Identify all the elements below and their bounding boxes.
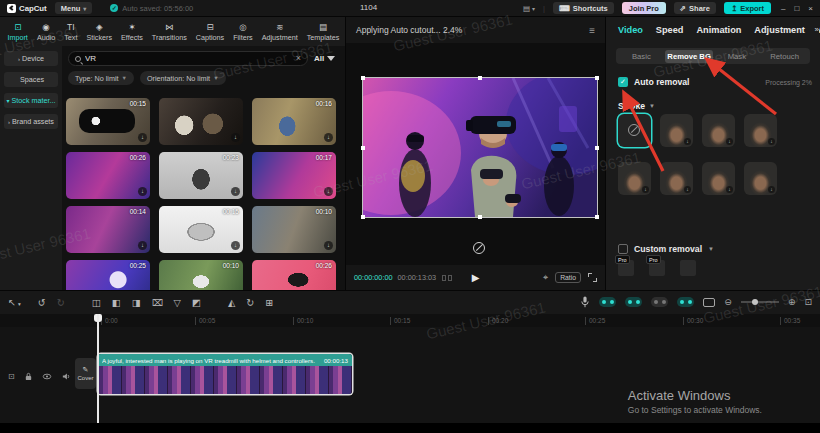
orientation-filter[interactable]: Orientation: No limit ▼ [140,71,226,85]
selection-handle[interactable] [595,76,599,80]
zoom-in-icon[interactable]: ⊕ [788,297,796,307]
download-icon[interactable]: ↓ [324,241,333,250]
media-tab[interactable]: ⋈ Transitions [147,22,191,42]
clear-search-icon[interactable]: × [296,54,301,63]
stock-video-thumbnail[interactable]: 00:10 ↓ [159,260,243,290]
inspector-tab[interactable]: Adjustment [754,25,805,35]
selection-handle[interactable] [478,76,482,80]
mask-icon[interactable]: ▽ [174,297,181,308]
disable-overlay-icon[interactable] [473,242,485,254]
tabs-overflow-icon[interactable]: » [813,25,819,34]
stock-video-thumbnail[interactable]: 00:15 ↓ [159,206,243,253]
frame-view-icon[interactable] [442,275,452,281]
shortcuts-button[interactable]: ⌨ Shortcuts [553,2,614,14]
download-icon[interactable]: ↓ [324,133,333,142]
download-icon[interactable]: ↓ [231,187,240,196]
inspector-subtab[interactable]: Retouch [761,50,809,63]
layout-icon[interactable]: ▤ ▾ [523,4,535,13]
media-tab[interactable]: ≋ Adjustment [257,22,302,42]
download-icon[interactable]: ↓ [324,187,333,196]
source-nav-item[interactable]: ▾ Stock mater... [4,93,58,108]
delete-icon[interactable]: ⌧ [152,297,163,308]
ripple-toggle[interactable] [651,297,668,307]
search-bar[interactable]: × [68,51,308,66]
timeline-zoom-slider[interactable] [741,301,779,303]
source-nav-item[interactable]: › Device [4,51,58,66]
undo-icon[interactable]: ↺ [38,297,46,308]
media-tab[interactable]: ◈ Stickers [82,22,117,42]
media-tab[interactable]: ⊟ Captions [191,22,228,42]
stock-video-thumbnail[interactable]: 00:14 ↓ [66,206,150,253]
media-tab[interactable]: ⊡ Import [3,22,32,42]
selection-handle[interactable] [595,215,599,219]
stock-video-thumbnail[interactable]: 00:26 ↓ [66,152,150,199]
selection-handle[interactable] [361,76,365,80]
video-clip[interactable]: A joyful, interested man is playing on V… [98,354,352,394]
stroke-style-tile[interactable]: ↓ [744,162,777,195]
redo-icon[interactable]: ↻ [57,297,65,308]
video-frame[interactable] [363,78,597,217]
download-icon[interactable]: ↓ [138,133,147,142]
stroke-style-tile[interactable]: ↓ [702,114,735,147]
fit-timeline-icon[interactable]: ⊡ [804,297,812,307]
select-tool-icon[interactable]: ↖ [8,297,16,308]
minimize-button[interactable]: – [781,4,785,13]
menu-button[interactable]: Menu ▾ [55,2,93,14]
play-button[interactable]: ▶ [472,272,480,283]
inspector-subtab[interactable]: Remove BG [665,50,713,63]
snap-toggle[interactable] [677,297,694,307]
auto-removal-checkbox[interactable]: ✓ [618,77,628,87]
custom-removal-checkbox[interactable] [618,244,628,254]
selection-handle[interactable] [595,146,599,150]
overlay-icon[interactable]: ◩ [192,297,201,308]
zoom-out-icon[interactable]: ⊖ [724,297,732,307]
stock-video-thumbnail[interactable]: 00:15 ↓ [66,98,150,145]
stroke-section-header[interactable]: Stroke ▼ [618,101,655,111]
crop-icon[interactable]: ⊞ [265,297,273,308]
download-icon[interactable]: ↓ [138,241,147,250]
magnet-toggle[interactable] [599,297,616,307]
custom-removal-tool[interactable]: Pro [649,260,665,276]
split-icon[interactable]: ◫ [92,297,101,308]
stroke-style-tile[interactable]: ↓ [618,162,651,195]
inspector-subtab[interactable]: Mask [713,50,761,63]
media-tab[interactable]: ▤ Templates [302,22,344,42]
media-tab[interactable]: TI Text [60,22,82,42]
download-icon[interactable]: ↓ [231,241,240,250]
join-pro-button[interactable]: Join Pro [622,2,666,14]
stock-video-thumbnail[interactable]: 00:26 ↓ [252,260,336,290]
stock-video-thumbnail[interactable]: ↓ [159,98,243,145]
stock-video-thumbnail[interactable]: 00:17 ↓ [252,152,336,199]
inspector-subtab[interactable]: Basic [618,50,666,63]
timeline-ruler[interactable]: 0:00 00:05 00:10 00:15 00:20 [0,314,820,327]
trim-left-icon[interactable]: ◧ [112,297,121,308]
selection-handle[interactable] [478,215,482,219]
stock-video-thumbnail[interactable]: 00:25 ↓ [66,260,150,290]
fit-preview-icon[interactable]: ⌖ [543,272,548,283]
trim-right-icon[interactable]: ◨ [132,297,141,308]
custom-removal-tool[interactable]: Pro [618,260,634,276]
fullscreen-icon[interactable] [588,273,597,282]
select-tool-dropdown-icon[interactable]: ▾ [18,301,21,307]
selection-handle[interactable] [361,215,365,219]
hide-track-icon[interactable] [42,367,52,385]
stroke-style-tile[interactable]: ↓ [702,162,735,195]
stroke-style-tile[interactable] [618,114,651,147]
export-button[interactable]: ↥ Export [724,2,771,14]
mute-track-icon[interactable] [61,367,71,385]
maximize-button[interactable]: □ [794,4,799,13]
source-nav-item[interactable]: › Brand assets [4,114,58,129]
lock-track-icon[interactable] [24,367,33,385]
share-button[interactable]: ⇗ Share [674,2,716,14]
ratio-button[interactable]: Ratio [555,272,581,283]
mirror-icon[interactable]: ◭ [228,297,235,308]
search-input[interactable] [85,54,292,63]
media-tab[interactable]: ◉ Audio [32,22,59,42]
stock-video-thumbnail[interactable]: 00:23 ↓ [159,152,243,199]
inspector-tab[interactable]: Speed [656,25,684,35]
stroke-style-tile[interactable]: ↓ [660,162,693,195]
preview-axis-icon[interactable] [703,298,715,307]
type-filter[interactable]: Type: No limit ▼ [68,71,134,85]
selection-handle[interactable] [361,146,365,150]
media-tab[interactable]: ◎ Filters [229,22,258,42]
